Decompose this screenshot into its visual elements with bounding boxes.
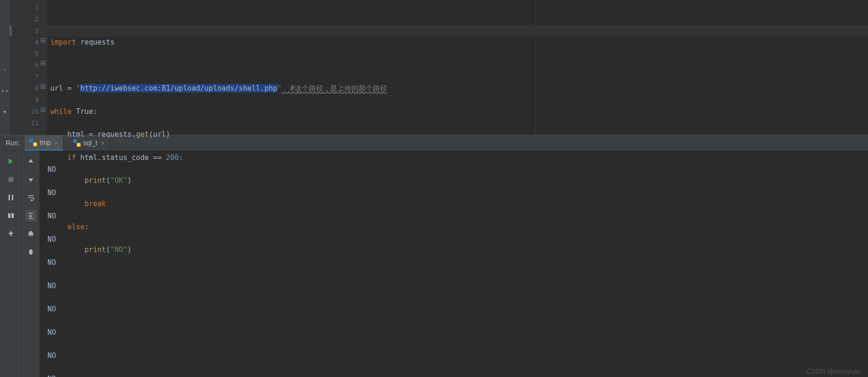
- line-number[interactable]: 6: [9, 59, 39, 71]
- print-button[interactable]: [25, 228, 37, 239]
- line-number[interactable]: 8: [9, 83, 39, 94]
- console-line: NO: [47, 373, 868, 377]
- tab-label: tmp: [40, 139, 51, 146]
- line-number[interactable]: 3: [9, 25, 39, 37]
- code-line[interactable]: if html.status_code == 200:: [50, 152, 868, 163]
- run-toolbar-left: [0, 151, 22, 377]
- line-number[interactable]: 10: [9, 106, 39, 117]
- soft-wrap-button[interactable]: [25, 192, 37, 203]
- scroll-to-end-button[interactable]: [25, 210, 37, 221]
- rerun-button[interactable]: [5, 156, 17, 167]
- svg-rect-4: [8, 213, 10, 218]
- svg-rect-1: [9, 177, 13, 182]
- line-number[interactable]: 4: [9, 37, 39, 48]
- code-line[interactable]: else:: [50, 221, 868, 233]
- line-number[interactable]: 2: [9, 13, 39, 25]
- svg-rect-5: [11, 213, 14, 218]
- fold-toggle-icon[interactable]: [41, 61, 46, 66]
- python-file-icon: [29, 139, 37, 146]
- run-toolbar-secondary: [22, 151, 40, 377]
- code-line[interactable]: import requests: [50, 37, 868, 48]
- svg-rect-7: [29, 231, 32, 233]
- pin-button[interactable]: [5, 228, 17, 239]
- layout-button[interactable]: [5, 210, 17, 221]
- stop-button[interactable]: [5, 174, 17, 185]
- run-label: Run:: [6, 139, 20, 147]
- line-number[interactable]: 5: [9, 48, 39, 59]
- svg-rect-8: [29, 235, 32, 236]
- dropdown-chevron-icon[interactable]: ▾: [3, 108, 7, 115]
- console-line: NO: [47, 350, 868, 362]
- fold-gutter: [41, 0, 46, 135]
- editor-pane: - ›› ▾ 1 2 3 4 5 6 7 8 9 10 11 import re…: [0, 0, 868, 135]
- console-line: NO: [47, 303, 868, 315]
- collapse-dash-icon[interactable]: -: [3, 66, 7, 73]
- svg-rect-2: [9, 195, 10, 200]
- line-number[interactable]: 11: [9, 117, 39, 129]
- pause-button[interactable]: [5, 192, 17, 203]
- trash-button[interactable]: [25, 246, 37, 257]
- watermark-text: CSDN @mooyuan: [807, 368, 861, 375]
- code-line[interactable]: [50, 267, 868, 279]
- up-button[interactable]: [25, 156, 37, 167]
- code-line[interactable]: [50, 59, 868, 71]
- code-line[interactable]: html = requests.get(url): [50, 129, 868, 140]
- code-line[interactable]: url = "http://iwebsec.com:81/upload/uplo…: [50, 83, 868, 94]
- svg-rect-3: [12, 195, 13, 200]
- expand-arrows-icon[interactable]: ››: [1, 87, 9, 94]
- python-file-icon: [73, 139, 81, 147]
- caret-line-highlight: [47, 25, 868, 37]
- fold-toggle-icon[interactable]: [41, 38, 46, 43]
- svg-marker-0: [9, 159, 13, 164]
- line-number[interactable]: 7: [9, 71, 39, 83]
- right-margin-guide: [536, 0, 536, 135]
- code-line[interactable]: break: [50, 198, 868, 209]
- line-number[interactable]: 1: [9, 2, 39, 13]
- down-button[interactable]: [25, 174, 37, 185]
- line-number-gutter[interactable]: 1 2 3 4 5 6 7 8 9 10 11: [9, 0, 47, 135]
- code-editor[interactable]: import requests url = "http://iwebsec.co…: [47, 0, 868, 135]
- fold-toggle-icon[interactable]: [41, 107, 46, 112]
- fold-toggle-icon[interactable]: [41, 84, 46, 89]
- console-line: NO: [47, 327, 868, 339]
- left-sidebar[interactable]: - ›› ▾: [0, 0, 9, 135]
- code-line[interactable]: while True:: [50, 106, 868, 117]
- code-line[interactable]: print("NO"): [50, 244, 868, 255]
- code-line[interactable]: print("OK"): [50, 175, 868, 186]
- line-number[interactable]: 9: [9, 94, 39, 105]
